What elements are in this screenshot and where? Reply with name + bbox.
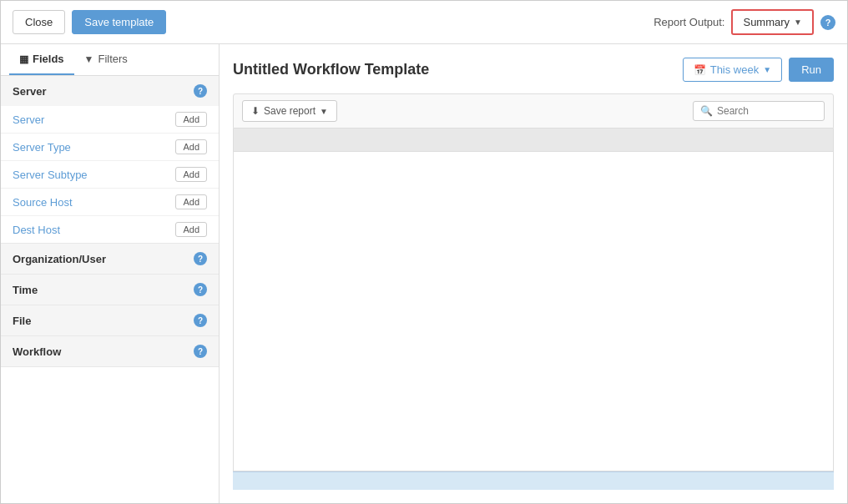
add-source-host-button[interactable]: Add [175,194,207,209]
filters-icon: ▼ [84,53,94,65]
left-panel: ▦ Fields ▼ Filters Server ? Server Add [1,44,220,503]
field-item-server-type: Server Type Add [1,134,219,161]
this-week-arrow-icon: ▼ [763,65,771,74]
field-name-server-type[interactable]: Server Type [13,141,71,154]
field-name-source-host[interactable]: Source Host [13,196,73,209]
field-item-dest-host: Dest Host Add [1,216,219,243]
summary-button[interactable]: Summary ▼ [731,9,814,35]
top-bar-right: Report Output: Summary ▼ ? [654,9,835,35]
top-bar: Close Save template Report Output: Summa… [1,1,847,44]
add-server-subtype-button[interactable]: Add [175,167,207,182]
report-toolbar: ⬇ Save report ▼ 🔍 [233,93,834,129]
workflow-help-icon[interactable]: ? [194,345,207,358]
help-icon[interactable]: ? [820,15,835,30]
category-sections: Organization/User ? Time ? File ? Workfl… [1,244,219,367]
tab-filters-label: Filters [98,53,127,65]
add-dest-host-button[interactable]: Add [175,222,207,237]
server-help-icon[interactable]: ? [194,84,207,98]
add-server-type-button[interactable]: Add [175,139,207,154]
calendar-icon: 📅 [694,64,706,76]
category-org-user: Organization/User ? [1,244,219,275]
content-area [233,129,834,471]
field-item-server-subtype: Server Subtype Add [1,161,219,189]
category-file: File ? [1,305,219,336]
category-workflow: Workflow ? [1,336,219,367]
run-button[interactable]: Run [789,58,834,82]
save-report-arrow-icon: ▼ [320,107,328,116]
save-template-button[interactable]: Save template [72,10,166,34]
field-name-dest-host[interactable]: Dest Host [13,224,60,236]
field-name-server[interactable]: Server [13,113,44,126]
summary-label: Summary [743,16,790,28]
bottom-bar [233,471,834,490]
category-workflow-label: Workflow [13,345,61,358]
summary-arrow-icon: ▼ [794,18,802,27]
time-help-icon[interactable]: ? [194,283,207,296]
category-file-label: File [13,315,31,327]
category-time-label: Time [13,284,38,296]
main-layout: ▦ Fields ▼ Filters Server ? Server Add [1,44,847,503]
field-item-source-host: Source Host Add [1,189,219,216]
search-icon: 🔍 [700,105,713,117]
add-server-button[interactable]: Add [175,112,207,127]
tab-fields-label: Fields [33,53,64,65]
workflow-title: Untitled Workflow Template [233,61,429,78]
workflow-header: Untitled Workflow Template 📅 This week ▼… [233,58,834,82]
server-section-title: Server [13,85,46,98]
right-panel: Untitled Workflow Template 📅 This week ▼… [220,44,847,503]
org-user-help-icon[interactable]: ? [194,252,207,265]
save-report-icon: ⬇ [251,105,260,117]
content-header-row [234,129,833,152]
app-container: Close Save template Report Output: Summa… [0,0,848,504]
fields-icon: ▦ [19,53,28,65]
save-report-button[interactable]: ⬇ Save report ▼ [242,100,337,122]
panel-tabs: ▦ Fields ▼ Filters [1,44,219,76]
search-box: 🔍 [693,101,825,121]
this-week-label: This week [710,63,760,76]
search-input[interactable] [717,105,817,117]
server-section-header: Server ? [1,76,219,106]
close-button[interactable]: Close [13,10,65,34]
header-right: 📅 This week ▼ Run [683,58,834,82]
server-section: Server ? Server Add Server Type Add Serv… [1,76,219,244]
report-output-label: Report Output: [654,16,724,28]
tab-fields[interactable]: ▦ Fields [9,44,74,75]
field-item-server: Server Add [1,106,219,134]
field-name-server-subtype[interactable]: Server Subtype [13,169,88,181]
tab-filters[interactable]: ▼ Filters [74,44,138,75]
category-time: Time ? [1,275,219,305]
category-org-user-label: Organization/User [13,253,106,265]
file-help-icon[interactable]: ? [194,314,207,327]
this-week-button[interactable]: 📅 This week ▼ [683,58,782,82]
save-report-label: Save report [264,105,315,117]
